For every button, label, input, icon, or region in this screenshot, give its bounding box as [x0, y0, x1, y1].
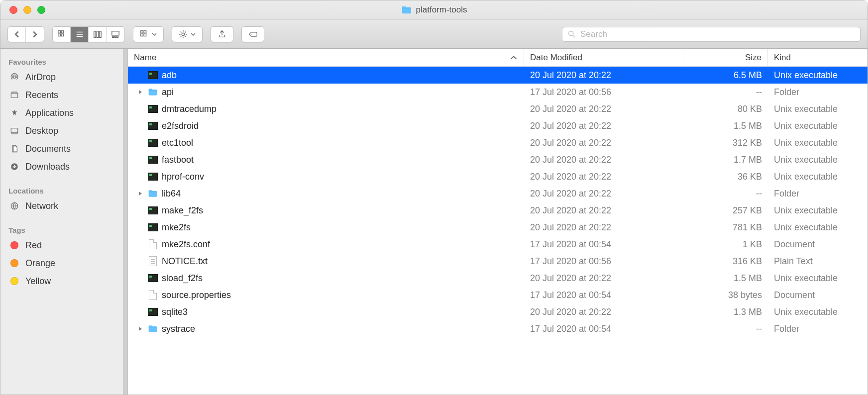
executable-icon: [148, 172, 158, 181]
folder-icon: [401, 5, 412, 14]
file-row[interactable]: e2fsdroid20 Jul 2020 at 20:221.5 MBUnix …: [128, 117, 868, 134]
file-size: 38 bytes: [683, 290, 768, 300]
sidebar-resize-handle[interactable]: [123, 49, 128, 395]
file-row[interactable]: mke2fs.conf17 Jul 2020 at 00:541 KBDocum…: [128, 236, 868, 253]
file-row[interactable]: NOTICE.txt17 Jul 2020 at 00:56316 KBPlai…: [128, 253, 868, 270]
file-row[interactable]: api17 Jul 2020 at 00:56--Folder: [128, 84, 868, 100]
tags-button[interactable]: [241, 26, 264, 42]
icon-view-button[interactable]: [53, 27, 71, 42]
file-size: 312 KB: [683, 138, 768, 148]
svg-marker-30: [139, 192, 142, 196]
file-size: --: [683, 87, 768, 98]
sidebar-item-label: Desktop: [25, 126, 58, 136]
sidebar-item-orange[interactable]: Orange: [0, 254, 128, 272]
column-kind[interactable]: Kind: [768, 49, 868, 66]
documents-icon: [8, 143, 20, 155]
executable-icon: [148, 155, 158, 164]
file-date: 20 Jul 2020 at 20:22: [524, 222, 683, 233]
action-menu-button[interactable]: [172, 26, 203, 42]
executable-icon: [148, 138, 158, 147]
svg-rect-10: [112, 31, 119, 35]
sidebar-item-documents[interactable]: Documents: [0, 140, 128, 158]
sidebar-item-network[interactable]: Network: [0, 197, 128, 215]
column-kind-label: Kind: [774, 53, 791, 63]
sidebar-section-favourites: Favourites: [0, 54, 128, 68]
file-row[interactable]: sqlite320 Jul 2020 at 20:221.3 MBUnix ex…: [128, 303, 868, 320]
file-row[interactable]: source.properties17 Jul 2020 at 00:5438 …: [128, 287, 868, 303]
sidebar-item-airdrop[interactable]: AirDrop: [0, 68, 128, 86]
file-kind: Unix executable: [768, 70, 868, 81]
file-kind: Unix executable: [768, 205, 868, 216]
svg-point-19: [251, 34, 252, 35]
file-kind: Folder: [768, 189, 868, 199]
file-row[interactable]: dmtracedump20 Jul 2020 at 20:2280 KBUnix…: [128, 100, 868, 117]
sidebar-item-red[interactable]: Red: [0, 236, 128, 254]
file-date: 17 Jul 2020 at 00:56: [524, 87, 683, 98]
desktop-icon: [8, 125, 20, 137]
folder-icon: [148, 88, 158, 97]
network-icon: [8, 200, 20, 212]
file-row[interactable]: etc1tool20 Jul 2020 at 20:22312 KBUnix e…: [128, 134, 868, 151]
sidebar-item-label: Yellow: [25, 276, 51, 287]
column-date[interactable]: Date Modified: [524, 49, 683, 66]
sidebar-item-yellow[interactable]: Yellow: [0, 272, 128, 290]
sidebar-item-label: Network: [25, 201, 58, 211]
svg-rect-15: [144, 30, 146, 33]
file-row[interactable]: adb20 Jul 2020 at 20:226.5 MBUnix execut…: [128, 67, 868, 84]
file-kind: Unix executable: [768, 155, 868, 165]
column-view-button[interactable]: [89, 27, 107, 42]
sidebar-item-recents[interactable]: Recents: [0, 86, 128, 104]
file-row[interactable]: lib6420 Jul 2020 at 20:22--Folder: [128, 185, 868, 202]
disclosure-triangle-icon[interactable]: [137, 90, 144, 95]
chevron-down-icon: [152, 33, 157, 36]
list-view-button[interactable]: [71, 27, 89, 42]
file-row[interactable]: mke2fs20 Jul 2020 at 20:22781 KBUnix exe…: [128, 219, 868, 236]
file-size: 6.5 MB: [683, 70, 768, 81]
svg-rect-11: [112, 36, 114, 37]
minimize-window-button[interactable]: [23, 6, 31, 14]
file-name: hprof-conv: [162, 172, 204, 182]
column-name[interactable]: Name: [128, 49, 524, 66]
sidebar-item-downloads[interactable]: Downloads: [0, 158, 128, 176]
file-date: 20 Jul 2020 at 20:22: [524, 205, 683, 216]
svg-point-20: [569, 31, 573, 35]
view-switch-group: [52, 26, 125, 42]
gallery-view-button[interactable]: [107, 27, 124, 42]
file-kind: Plain Text: [768, 256, 868, 267]
recents-icon: [8, 89, 20, 101]
file-date: 20 Jul 2020 at 20:22: [524, 70, 683, 81]
file-date: 20 Jul 2020 at 20:22: [524, 121, 683, 131]
file-row[interactable]: fastboot20 Jul 2020 at 20:221.7 MBUnix e…: [128, 151, 868, 168]
file-row[interactable]: sload_f2fs20 Jul 2020 at 20:221.5 MBUnix…: [128, 270, 868, 287]
executable-icon: [148, 307, 158, 316]
zoom-window-button[interactable]: [37, 6, 45, 14]
file-kind: Unix executable: [768, 222, 868, 233]
sidebar-item-desktop[interactable]: Desktop: [0, 122, 128, 140]
group-by-button[interactable]: [133, 26, 164, 42]
column-size-label: Size: [745, 53, 761, 63]
sidebar-item-applications[interactable]: Applications: [0, 104, 128, 122]
search-field[interactable]: [562, 27, 861, 42]
svg-line-21: [573, 35, 575, 37]
applications-icon: [8, 107, 20, 119]
file-size: 1.5 MB: [683, 121, 768, 131]
executable-icon: [148, 71, 158, 80]
svg-rect-24: [12, 92, 17, 93]
file-row[interactable]: hprof-conv20 Jul 2020 at 20:2236 KBUnix …: [128, 168, 868, 185]
disclosure-triangle-icon[interactable]: [137, 191, 144, 196]
share-button[interactable]: [211, 26, 233, 42]
document-icon: [148, 240, 158, 249]
sidebar-item-label: Orange: [25, 258, 55, 269]
disclosure-triangle-icon[interactable]: [137, 326, 144, 331]
svg-rect-13: [117, 36, 118, 37]
file-row[interactable]: systrace17 Jul 2020 at 00:54--Folder: [128, 320, 868, 337]
forward-button[interactable]: [26, 27, 44, 42]
back-button[interactable]: [8, 27, 26, 42]
svg-rect-23: [11, 93, 18, 98]
share-icon: [217, 30, 226, 39]
file-name: adb: [162, 70, 177, 81]
search-input[interactable]: [580, 29, 855, 39]
file-row[interactable]: make_f2fs20 Jul 2020 at 20:22257 KBUnix …: [128, 202, 868, 219]
column-size[interactable]: Size: [683, 49, 768, 66]
close-window-button[interactable]: [9, 6, 17, 14]
